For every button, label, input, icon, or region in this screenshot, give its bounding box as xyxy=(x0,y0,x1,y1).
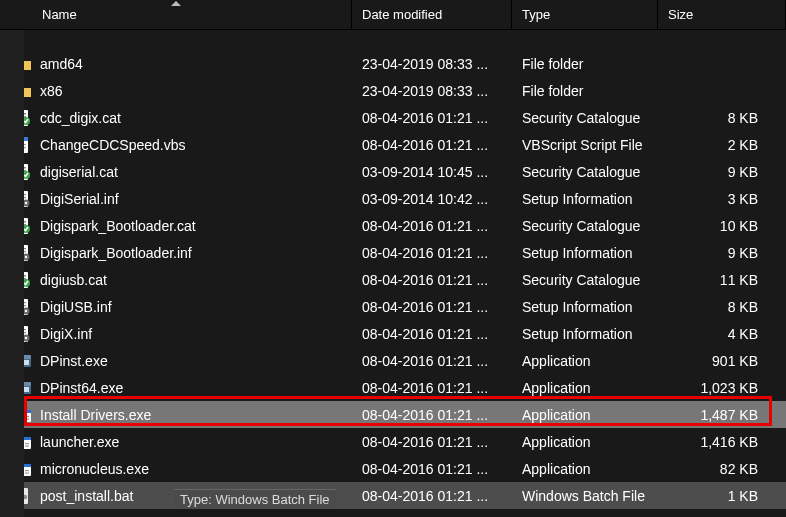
svg-point-25 xyxy=(25,255,27,257)
file-row[interactable]: micronucleus.exe08-04-2016 01:21 ...Appl… xyxy=(0,455,786,482)
file-name-cell: x86 xyxy=(14,82,352,100)
file-size-cell: 9 KB xyxy=(658,245,786,261)
file-type-cell: VBScript Script File xyxy=(512,137,658,153)
column-header-name[interactable]: Name xyxy=(0,0,352,29)
file-type-cell: Security Catalogue xyxy=(512,218,658,234)
file-size-cell: 10 KB xyxy=(658,218,786,234)
svg-point-34 xyxy=(25,309,27,311)
file-type-cell: Setup Information xyxy=(512,299,658,315)
file-name-cell: launcher.exe xyxy=(14,433,352,451)
column-header-date[interactable]: Date modified xyxy=(352,0,512,29)
file-name-cell: ChangeCDCSpeed.vbs xyxy=(14,136,352,154)
file-row[interactable]: post_install.bat08-04-2016 01:21 ...Wind… xyxy=(0,482,786,509)
file-row[interactable]: Install Drivers.exe08-04-2016 01:21 ...A… xyxy=(0,401,786,428)
file-name-cell: DPinst.exe xyxy=(14,352,352,370)
file-type-cell: Setup Information xyxy=(512,191,658,207)
file-type-cell: Security Catalogue xyxy=(512,164,658,180)
file-date-cell: 08-04-2016 01:21 ... xyxy=(352,218,512,234)
file-name-cell: digiserial.cat xyxy=(14,163,352,181)
file-date-cell: 08-04-2016 01:21 ... xyxy=(352,380,512,396)
file-type-cell: Setup Information xyxy=(512,326,658,342)
hover-tooltip: Type: Windows Batch File xyxy=(174,489,336,509)
file-date-cell: 23-04-2019 08:33 ... xyxy=(352,83,512,99)
file-size-cell: 1 KB xyxy=(658,488,786,504)
file-name-label: Digispark_Bootloader.inf xyxy=(40,245,192,261)
file-type-cell: File folder xyxy=(512,83,658,99)
file-type-cell: Application xyxy=(512,407,658,423)
svg-rect-62 xyxy=(25,472,29,473)
file-name-label: DPinst.exe xyxy=(40,353,108,369)
file-row[interactable]: DigiSerial.inf03-09-2014 10:42 ...Setup … xyxy=(0,185,786,212)
file-row[interactable]: x8623-04-2019 08:33 ...File folder xyxy=(0,77,786,104)
file-name-label: x86 xyxy=(40,83,63,99)
file-type-cell: Application xyxy=(512,380,658,396)
file-name-label: DigiX.inf xyxy=(40,326,92,342)
column-header-size[interactable]: Size xyxy=(658,0,786,29)
column-header-type-label: Type xyxy=(522,7,550,22)
hover-tooltip-text: Type: Windows Batch File xyxy=(180,492,330,507)
file-name-cell: digiusb.cat xyxy=(14,271,352,289)
file-size-cell: 9 KB xyxy=(658,164,786,180)
file-type-cell: Security Catalogue xyxy=(512,110,658,126)
file-date-cell: 08-04-2016 01:21 ... xyxy=(352,272,512,288)
svg-rect-47 xyxy=(24,387,29,392)
file-row[interactable]: DigiX.inf08-04-2016 01:21 ...Setup Infor… xyxy=(0,320,786,347)
column-header-date-label: Date modified xyxy=(362,7,442,22)
file-name-label: DigiSerial.inf xyxy=(40,191,119,207)
file-size-cell: 2 KB xyxy=(658,137,786,153)
file-name-cell: Digispark_Bootloader.inf xyxy=(14,244,352,262)
file-name-cell: DigiSerial.inf xyxy=(14,190,352,208)
file-date-cell: 08-04-2016 01:21 ... xyxy=(352,110,512,126)
file-row[interactable]: DigiUSB.inf08-04-2016 01:21 ...Setup Inf… xyxy=(0,293,786,320)
file-name-cell: amd64 xyxy=(14,55,352,73)
column-header-row: Name Date modified Type Size xyxy=(0,0,786,30)
file-row[interactable]: digiserial.cat03-09-2014 10:45 ...Securi… xyxy=(0,158,786,185)
svg-rect-56 xyxy=(25,443,29,444)
file-row[interactable]: amd6423-04-2019 08:33 ...File folder xyxy=(0,50,786,77)
file-name-label: digiusb.cat xyxy=(40,272,107,288)
file-size-cell: 8 KB xyxy=(658,110,786,126)
svg-rect-61 xyxy=(25,470,29,471)
file-type-cell: Windows Batch File xyxy=(512,488,658,504)
file-row[interactable]: digiusb.cat08-04-2016 01:21 ...Security … xyxy=(0,266,786,293)
file-date-cell: 08-04-2016 01:21 ... xyxy=(352,488,512,504)
file-row[interactable]: DPinst.exe08-04-2016 01:21 ...Applicatio… xyxy=(0,347,786,374)
file-row[interactable]: launcher.exe08-04-2016 01:21 ...Applicat… xyxy=(0,428,786,455)
file-date-cell: 08-04-2016 01:21 ... xyxy=(352,461,512,477)
file-size-cell: 3 KB xyxy=(658,191,786,207)
file-name-label: cdc_digix.cat xyxy=(40,110,121,126)
file-type-cell: Application xyxy=(512,461,658,477)
file-size-cell: 82 KB xyxy=(658,461,786,477)
file-name-cell: DigiX.inf xyxy=(14,325,352,343)
file-date-cell: 08-04-2016 01:21 ... xyxy=(352,245,512,261)
svg-rect-52 xyxy=(25,418,29,419)
file-date-cell: 03-09-2014 10:45 ... xyxy=(352,164,512,180)
file-size-cell: 4 KB xyxy=(658,326,786,342)
file-name-cell: DPinst64.exe xyxy=(14,379,352,397)
file-row[interactable]: cdc_digix.cat08-04-2016 01:21 ...Securit… xyxy=(0,104,786,131)
file-type-cell: File folder xyxy=(512,56,658,72)
file-date-cell: 03-09-2014 10:42 ... xyxy=(352,191,512,207)
svg-point-39 xyxy=(25,336,27,338)
column-header-type[interactable]: Type xyxy=(512,0,658,29)
file-row[interactable]: ChangeCDCSpeed.vbs08-04-2016 01:21 ...VB… xyxy=(0,131,786,158)
file-name-cell: micronucleus.exe xyxy=(14,460,352,478)
file-name-label: Digispark_Bootloader.cat xyxy=(40,218,196,234)
file-row[interactable]: Digispark_Bootloader.inf08-04-2016 01:21… xyxy=(0,239,786,266)
file-name-label: launcher.exe xyxy=(40,434,119,450)
file-name-label: DPinst64.exe xyxy=(40,380,123,396)
file-date-cell: 08-04-2016 01:21 ... xyxy=(352,137,512,153)
column-header-size-label: Size xyxy=(668,7,693,22)
left-margin-strip xyxy=(0,30,24,517)
file-name-label: digiserial.cat xyxy=(40,164,118,180)
file-row[interactable]: Digispark_Bootloader.cat08-04-2016 01:21… xyxy=(0,212,786,239)
file-name-label: Install Drivers.exe xyxy=(40,407,151,423)
svg-point-16 xyxy=(25,201,27,203)
file-row[interactable]: DPinst64.exe08-04-2016 01:21 ...Applicat… xyxy=(0,374,786,401)
file-type-cell: Application xyxy=(512,353,658,369)
file-name-label: post_install.bat xyxy=(40,488,133,504)
file-size-cell: 1,487 KB xyxy=(658,407,786,423)
file-size-cell: 8 KB xyxy=(658,299,786,315)
file-size-cell: 11 KB xyxy=(658,272,786,288)
file-name-label: DigiUSB.inf xyxy=(40,299,112,315)
